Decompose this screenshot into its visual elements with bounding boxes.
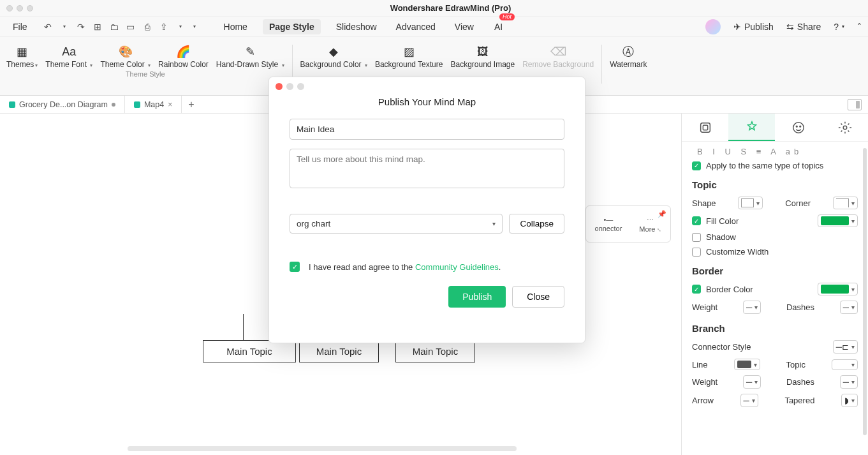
fill-color-picker[interactable]: ▾: [818, 214, 858, 227]
weight2-picker[interactable]: ─▾: [743, 375, 761, 389]
save-icon[interactable]: ▭: [126, 22, 136, 32]
rainbow-color-button[interactable]: 🌈Rainbow Color: [158, 41, 209, 69]
close-tab-icon[interactable]: ×: [168, 100, 172, 109]
tab-advanced[interactable]: Advanced: [392, 19, 439, 34]
corner-picker[interactable]: ▾: [833, 197, 858, 209]
modal-close-dot[interactable]: [276, 83, 283, 90]
arrow-picker[interactable]: ─▾: [740, 394, 758, 407]
customize-width-checkbox[interactable]: [692, 248, 701, 257]
connector-button[interactable]: •—onnector: [595, 216, 622, 232]
hot-badge: Hot: [499, 13, 515, 20]
main-tabs: Home Page Style Slideshow Advanced View …: [220, 19, 507, 34]
border-color-picker[interactable]: ▾: [818, 283, 858, 295]
bg-image-button[interactable]: 🖼Background Image: [450, 41, 515, 69]
pin-icon[interactable]: 📌: [658, 210, 666, 218]
redo-icon[interactable]: ↷: [76, 22, 86, 32]
tapered-picker[interactable]: ◗▾: [841, 394, 858, 407]
chevron-down-icon: ▾: [492, 220, 496, 227]
right-panel: B I U S ≡ A ab ✓ Apply to the same type …: [681, 114, 868, 455]
fill-checkbox[interactable]: ✓: [692, 216, 701, 225]
collapse-ribbon-icon[interactable]: ˄: [857, 22, 862, 32]
connector-style-label: Connector Style: [692, 342, 751, 352]
modal-zoom-dot: [297, 83, 304, 90]
topic-node-2[interactable]: Main Topic: [299, 340, 379, 362]
panel-tab-emoji[interactable]: [775, 114, 821, 141]
dashes-picker[interactable]: ─▾: [840, 301, 858, 314]
export-icon[interactable]: ⇪: [159, 22, 169, 32]
watermark-button[interactable]: ⒶWatermark: [610, 41, 647, 69]
open-icon[interactable]: 🗀: [109, 22, 119, 32]
theme-color-button[interactable]: 🎨Theme Color ▾: [100, 41, 151, 69]
theme-font-button[interactable]: AaTheme Font ▾: [45, 41, 92, 69]
svg-point-4: [799, 126, 800, 127]
tab-ai[interactable]: AIHot: [490, 19, 506, 34]
remove-bg-icon: ⌫: [550, 43, 566, 60]
topic-node-3[interactable]: Main Topic: [395, 340, 475, 362]
add-tab-button[interactable]: +: [182, 99, 200, 110]
collapse-button[interactable]: Collapse: [509, 214, 564, 234]
line-icon: ─: [843, 302, 849, 312]
shadow-checkbox[interactable]: [692, 233, 701, 242]
category-select[interactable]: org chart▾: [290, 214, 503, 234]
description-input[interactable]: [290, 149, 564, 188]
publish-button[interactable]: ✈Publish: [733, 22, 774, 32]
panel-toggle-icon[interactable]: [848, 99, 862, 110]
themes-button[interactable]: ▦Themes▾: [6, 41, 38, 69]
publish-confirm-button[interactable]: Publish: [448, 286, 506, 308]
shadow-label: Shadow: [706, 232, 736, 242]
close-button[interactable]: Close: [512, 286, 564, 308]
close-dot[interactable]: [6, 5, 13, 11]
corner-label: Corner: [785, 198, 811, 208]
dashes2-picker[interactable]: ─▾: [840, 375, 858, 389]
qat-customize-icon[interactable]: ▾: [189, 22, 200, 32]
avatar[interactable]: [705, 19, 721, 34]
export-more-icon[interactable]: ▾: [175, 22, 186, 32]
guidelines-link[interactable]: Community Guidelines: [415, 262, 499, 272]
rect-icon: [741, 198, 754, 207]
panel-tab-style[interactable]: [728, 114, 775, 141]
line-icon: ─: [746, 302, 752, 312]
connector-icon: •—: [603, 216, 613, 223]
weight-label: Weight: [692, 302, 717, 312]
bg-color-button[interactable]: ◆Background Color ▾: [300, 41, 367, 69]
topic-picker[interactable]: ▾: [832, 359, 858, 370]
ribbon-group-theme-style: ▦Themes▾ AaTheme Font ▾ 🎨Theme Color ▾ 🌈…: [6, 41, 284, 95]
line-color-picker[interactable]: ▾: [734, 359, 760, 370]
tab-home[interactable]: Home: [220, 19, 251, 34]
modal-min-dot: [286, 83, 293, 90]
connector-style-picker[interactable]: ─⊏▾: [833, 340, 858, 354]
new-icon[interactable]: ⊞: [92, 22, 103, 32]
zoom-dot[interactable]: [27, 5, 33, 11]
topic-node-1[interactable]: Main Topic: [203, 340, 296, 362]
panel-tab-layout[interactable]: [682, 114, 728, 141]
doc-tab-1[interactable]: Grocery De...on Diagram: [0, 96, 125, 113]
branch-icon: ─⊏: [836, 342, 849, 352]
floating-toolbar: 📌 •—onnector ⋯More ⤡: [585, 205, 671, 242]
panel-scrollbar[interactable]: [863, 148, 867, 435]
help-button[interactable]: ? ▾: [834, 22, 844, 32]
horizontal-scrollbar[interactable]: [128, 446, 517, 451]
panel-tab-settings[interactable]: [821, 114, 868, 141]
agree-checkbox[interactable]: ✓: [290, 262, 300, 272]
shape-picker[interactable]: ▾: [738, 197, 763, 209]
apply-checkbox[interactable]: ✓: [692, 161, 701, 170]
titlebar: Wondershare EdrawMind (Pro): [0, 0, 868, 17]
tab-page-style[interactable]: Page Style: [263, 19, 321, 34]
print-icon[interactable]: ⎙: [142, 22, 152, 32]
node-partial[interactable]: [243, 314, 267, 342]
minimize-dot[interactable]: [17, 5, 23, 11]
bg-texture-button[interactable]: ▨Background Texture: [375, 41, 443, 69]
line-icon: ─: [746, 377, 752, 387]
border-color-checkbox[interactable]: ✓: [692, 285, 701, 294]
share-button[interactable]: ⇆Share: [786, 22, 821, 32]
file-menu[interactable]: File: [6, 19, 34, 34]
doc-tab-2[interactable]: Map4×: [125, 96, 182, 113]
title-input[interactable]: [290, 119, 564, 140]
undo-more-icon[interactable]: ▾: [59, 22, 70, 32]
palette-icon: 🎨: [119, 43, 133, 60]
hand-drawn-button[interactable]: ✎Hand-Drawn Style ▾: [216, 41, 284, 69]
undo-icon[interactable]: ↶: [43, 22, 53, 32]
tab-slideshow[interactable]: Slideshow: [332, 19, 381, 34]
weight-picker[interactable]: ─▾: [743, 301, 761, 314]
tab-view[interactable]: View: [451, 19, 478, 34]
